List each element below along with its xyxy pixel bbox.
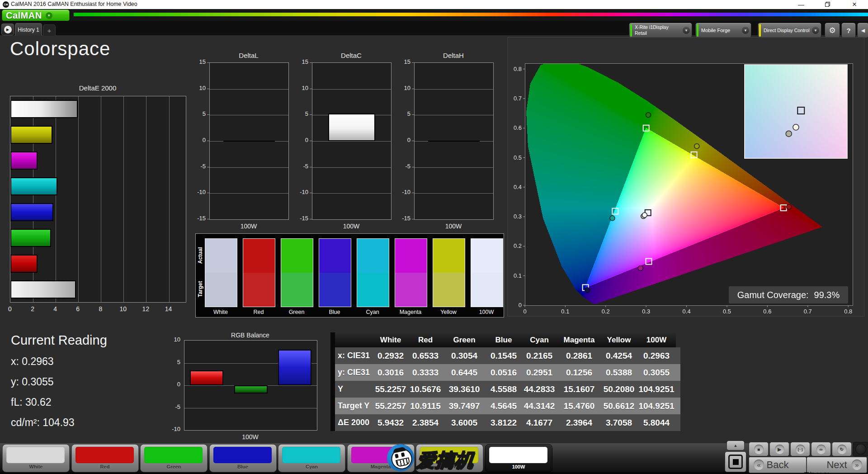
pattern-button-blue[interactable]: Blue (209, 444, 277, 472)
pattern-button-yellow[interactable]: Yellow (416, 444, 483, 472)
pattern-window-button[interactable]: [··] (790, 442, 810, 456)
target-row-label: Target (197, 272, 204, 306)
help-button[interactable]: ? (841, 23, 856, 38)
gridline (78, 96, 79, 302)
swatch-label: Yellow (429, 309, 467, 315)
pattern-button-white[interactable]: White (2, 444, 70, 472)
tab-history-1[interactable]: History 1 (15, 23, 42, 36)
table-cell: 55.2257 (373, 381, 408, 398)
pattern-button-100w[interactable]: 100W (485, 444, 552, 472)
rgb-balance-plot (184, 340, 317, 431)
calman-logo-button[interactable]: CalMAN ▼ (2, 9, 70, 21)
sync-button[interactable]: ↻ (832, 442, 852, 456)
pattern-button-red[interactable]: Red (71, 444, 139, 472)
gridline (312, 141, 391, 142)
chevron-down-icon[interactable]: ▼ (742, 27, 749, 34)
table-row: x: CIE310.29320.65330.30540.15450.21650.… (335, 347, 680, 364)
table-cell: 0.3054 (443, 347, 486, 364)
pattern-button-magenta[interactable]: Magenta (347, 444, 415, 472)
x-tick-label: 12 (139, 305, 152, 313)
minimize-button[interactable]: — (793, 0, 809, 9)
table-cell: 10.5676 (408, 381, 443, 398)
gridline (415, 193, 493, 194)
table-row: Target Y55.225710.911539.74974.564544.31… (335, 398, 680, 414)
table-cell: 3.7058 (601, 414, 637, 431)
play-arrow-icon: ▶ (4, 26, 12, 33)
table-cell: 3.6005 (443, 414, 486, 431)
y-tick-label: 15 (291, 58, 308, 65)
gridline (210, 193, 288, 194)
back-button[interactable]: « Back (749, 457, 807, 473)
deltae2000-chart-title: DeltaE 2000 (10, 84, 185, 92)
swatch-blue (319, 238, 351, 307)
display-control-dropdown[interactable]: Direct Display Control ▼ (758, 23, 821, 38)
swatch-red (243, 238, 275, 307)
source-dropdown[interactable]: Mobile Forge ▼ (695, 23, 751, 38)
y-tick-label: 0 (189, 137, 206, 143)
back-button-label: Back (767, 459, 789, 471)
pattern-color-patch (6, 447, 65, 463)
settings-button[interactable]: ⚙ (825, 23, 840, 38)
y-tick-label: 15 (393, 58, 410, 65)
bar-100w (10, 280, 76, 299)
clock-label: 下午 03:58 (804, 470, 849, 474)
reading-x: x: 0.2963 (11, 356, 54, 368)
table-cell: 44.3142 (521, 398, 557, 414)
stop-button[interactable]: ■ (749, 442, 769, 456)
y-tick (412, 141, 414, 141)
loop-button[interactable]: ∞ (811, 442, 831, 456)
pattern-button-label: Cyan (278, 464, 345, 469)
bar-yellow (10, 126, 52, 144)
y-tick (412, 167, 414, 167)
y-tick-label: 0 (291, 137, 308, 143)
swatch-actual (471, 239, 503, 273)
add-tab-button[interactable]: + (43, 24, 56, 36)
pattern-button-label: Red (72, 464, 138, 469)
panel-up-button[interactable]: ▲ (726, 441, 745, 450)
cie-1931-diagram (508, 38, 864, 316)
zero-value-bar (428, 141, 480, 142)
chevron-down-icon[interactable]: ▼ (683, 27, 690, 34)
restore-button[interactable] (819, 0, 835, 9)
swatch-magenta (395, 238, 427, 307)
x-tick-label: 2 (26, 305, 39, 313)
meter-dropdown[interactable]: X-Rite i1Display RetailLCD (LED) ▼ (629, 23, 692, 38)
gamut-coverage-value: 99.3% (814, 290, 840, 300)
pattern-window-toggle[interactable] (725, 451, 746, 472)
collapse-panel-button[interactable]: ◀ (857, 23, 868, 38)
swatch-label: White (202, 309, 240, 315)
swatch-target (319, 273, 351, 307)
table-cell: 5.9432 (373, 414, 408, 431)
table-row: y: CIE310.30160.33330.64450.05160.29510.… (335, 364, 680, 381)
row-label: x: CIE31 (335, 347, 373, 364)
gamut-coverage-readout: Gamut Coverage: 99.3% (729, 286, 848, 303)
history-nav-button[interactable]: ▶ (1, 24, 14, 35)
table-cell: 39.3610 (443, 381, 486, 398)
deltah-plot (414, 62, 494, 220)
page-title: Colorspace (10, 38, 110, 60)
table-cell: 10.9115 (408, 398, 443, 414)
play-button[interactable]: ▶ (769, 442, 789, 456)
table-cell: 50.6612 (601, 398, 637, 414)
rgb-balance-chart-title: RGB Balance (184, 332, 316, 339)
bar-green (234, 385, 268, 393)
row-label: ΔE 2000 (335, 414, 373, 431)
reading-cdm2: cd/m²: 104.93 (11, 417, 75, 429)
table-cell: 104.9251 (637, 381, 676, 398)
y-tick (207, 193, 209, 193)
y-tick (207, 114, 209, 115)
pattern-button-label: White (3, 464, 69, 469)
table-cell: 0.1256 (557, 364, 601, 381)
swatch-white (205, 238, 237, 307)
chevron-down-icon[interactable]: ▼ (812, 27, 819, 34)
dark-circle-icon (855, 444, 866, 455)
y-tick-label: 5 (165, 359, 180, 365)
close-button[interactable]: × (846, 0, 863, 9)
table-row: Y55.225710.567639.36104.558844.283315.16… (335, 381, 680, 398)
pattern-button-cyan[interactable]: Cyan (278, 444, 345, 472)
gridline (169, 96, 170, 302)
pattern-button-green[interactable]: Green (140, 444, 208, 472)
swatch-label: Magenta (392, 309, 429, 315)
gridline (101, 96, 101, 302)
bar-blue (10, 203, 53, 221)
